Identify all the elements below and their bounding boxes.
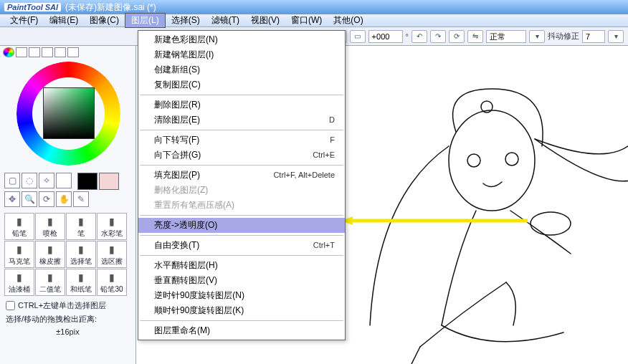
menu-item-shortcut: D: [329, 114, 335, 126]
brush-11[interactable]: ▮铅笔30: [97, 269, 127, 296]
color-picker[interactable]: [11, 62, 125, 166]
brush-glyph-icon: ▮: [67, 214, 95, 229]
menu-separator: [140, 95, 343, 95]
brush-3[interactable]: ▮水彩笔: [97, 213, 127, 240]
menu-item-label: 清除图层(E): [154, 114, 200, 126]
mode-btn-3[interactable]: [42, 47, 53, 57]
menu-item[interactable]: 自由变换(T)Ctrl+T: [138, 238, 345, 253]
blend-more-icon[interactable]: ▾: [529, 30, 545, 43]
brush-glyph-icon: ▮: [5, 214, 34, 229]
brush-glyph-icon: ▮: [5, 269, 34, 284]
rotation-angle-field[interactable]: +000: [368, 30, 403, 43]
ctrl-click-option[interactable]: CTRL+左键单击选择图层: [0, 297, 135, 314]
menu-item[interactable]: 新建钢笔图层(I): [138, 47, 345, 62]
sat-val-box[interactable]: [43, 87, 95, 139]
brush-7[interactable]: ▮选区擦: [97, 241, 127, 268]
menu-item-label: 新建色彩图层(N): [154, 34, 218, 46]
menu-item[interactable]: 图层重命名(M): [138, 323, 345, 338]
stabilizer-field[interactable]: 7: [582, 30, 605, 43]
menu-item-shortcut: Ctrl+E: [313, 149, 335, 161]
tool-hand[interactable]: ✋: [56, 191, 72, 207]
menu-item[interactable]: 顺时针90度旋转图层(K): [138, 303, 345, 318]
menu-item[interactable]: 新建色彩图层(N): [138, 32, 345, 47]
tool-picker[interactable]: ✎: [73, 191, 89, 207]
tool-grid: ▢ ◌ ✧ ✥ 🔍 ⟳ ✋ ✎: [0, 170, 135, 211]
mode-btn-1[interactable]: [16, 47, 27, 57]
menu-file[interactable]: 文件(F): [4, 14, 44, 27]
window-title: (未保存)新建图像.sai (*): [65, 1, 156, 14]
brush-2[interactable]: ▮笔: [66, 213, 96, 240]
menu-image[interactable]: 图像(C): [84, 14, 125, 27]
menu-layer[interactable]: 图层(L): [125, 13, 166, 28]
brush-10[interactable]: ▮和纸笔: [66, 269, 96, 296]
mode-btn-5[interactable]: [67, 47, 79, 57]
brush-label: 选择笔: [67, 257, 95, 267]
menu-item[interactable]: 填充图层(P)Ctrl+F, Alt+Delete: [138, 168, 345, 183]
rotate-ccw-icon[interactable]: ↶: [411, 30, 427, 43]
brush-0[interactable]: ▮铅笔: [4, 213, 34, 240]
brush-1[interactable]: ▮喷枪: [35, 213, 65, 240]
svg-point-1: [467, 154, 480, 167]
brush-5[interactable]: ▮橡皮擦: [35, 241, 65, 268]
brush-label: 铅笔30: [97, 284, 126, 294]
menu-item: 删格化图层(Z): [138, 183, 345, 198]
menu-item-label: 删格化图层(Z): [154, 184, 208, 196]
ctrl-click-checkbox[interactable]: [6, 301, 15, 310]
tool-rect-select[interactable]: ▢: [4, 173, 20, 188]
menu-other[interactable]: 其他(O): [328, 14, 368, 27]
brush-glyph-icon: ▮: [36, 214, 65, 229]
tool-lasso[interactable]: ◌: [22, 173, 37, 188]
brush-glyph-icon: ▮: [97, 269, 126, 284]
brush-label: 笔: [67, 229, 95, 239]
menu-item-label: 顺时针90度旋转图层(K): [154, 305, 244, 317]
menu-filter[interactable]: 滤镜(T): [206, 14, 245, 27]
menu-window[interactable]: 窗口(W): [285, 14, 328, 27]
rotate-cw-icon[interactable]: ↷: [430, 30, 446, 43]
background-swatch[interactable]: [99, 173, 119, 190]
mode-btn-2[interactable]: [29, 47, 40, 57]
menu-item[interactable]: 亮度->透明度(O): [138, 218, 345, 233]
menu-item-label: 向下转写(F): [154, 134, 199, 146]
menu-item[interactable]: 复制图层(C): [138, 77, 345, 92]
menu-item[interactable]: 删除图层(R): [138, 97, 345, 112]
menu-item[interactable]: 垂直翻转图层(V): [138, 273, 345, 288]
menu-item[interactable]: 水平翻转图层(H): [138, 258, 345, 273]
tool-zoom[interactable]: 🔍: [22, 191, 37, 207]
tool-move[interactable]: ✥: [4, 191, 20, 207]
menu-item[interactable]: 创建新组(S): [138, 62, 345, 77]
degree-symbol: °: [406, 32, 409, 41]
blend-mode-field[interactable]: 正常: [486, 30, 526, 43]
brush-label: 油漆桶: [5, 284, 34, 294]
menu-item[interactable]: 逆时针90度旋转图层(N): [138, 288, 345, 303]
brush-label: 二值笔: [36, 284, 65, 294]
menu-item[interactable]: 清除图层(E)D: [138, 112, 345, 128]
stabilizer-more-icon[interactable]: ▾: [608, 30, 624, 43]
brush-6[interactable]: ▮选择笔: [66, 241, 96, 268]
menu-view[interactable]: 视图(V): [245, 14, 285, 27]
menu-item-label: 填充图层(P): [154, 169, 200, 181]
foreground-swatch[interactable]: [77, 173, 97, 190]
menu-item[interactable]: 向下合拼(G)Ctrl+E: [138, 148, 345, 163]
menu-item-label: 逆时针90度旋转图层(N): [154, 289, 244, 302]
menu-item-label: 删除图层(R): [154, 99, 201, 111]
menu-select[interactable]: 选择(S): [166, 14, 206, 27]
menu-item-label: 图层重命名(M): [154, 325, 210, 337]
menu-item-label: 创建新组(S): [154, 64, 200, 76]
color-wheel-icon[interactable]: [3, 47, 14, 57]
doc-dup-icon[interactable]: ▭: [350, 30, 366, 43]
tool-rotate[interactable]: ⟳: [39, 191, 54, 207]
brush-9[interactable]: ▮二值笔: [35, 269, 65, 296]
brush-8[interactable]: ▮油漆桶: [4, 269, 34, 296]
tool-wand[interactable]: ✧: [39, 173, 54, 188]
flip-icon[interactable]: ⇋: [467, 30, 483, 43]
menu-item[interactable]: 向下转写(F)F: [138, 133, 345, 148]
brush-4[interactable]: ▮马克笔: [4, 241, 34, 268]
drag-threshold-row: 选择/移动的拖拽检出距离:: [0, 314, 135, 327]
drag-threshold-label: 选择/移动的拖拽检出距离:: [6, 314, 97, 325]
menu-edit[interactable]: 编辑(E): [44, 14, 84, 27]
mode-btn-4[interactable]: [54, 47, 66, 57]
menu-item-label: 复制图层(C): [154, 79, 201, 91]
tool-empty[interactable]: [56, 173, 72, 188]
rotate-reset-icon[interactable]: ⟳: [449, 30, 465, 43]
stabilizer-value: 7: [586, 32, 590, 41]
